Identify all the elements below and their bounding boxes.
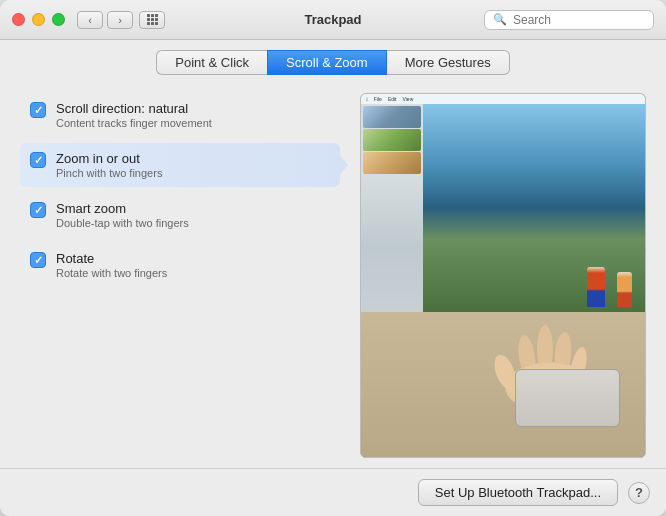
options-panel: ✓ Scroll direction: natural Content trac…: [20, 93, 340, 458]
window-title: Trackpad: [304, 12, 361, 27]
back-button[interactable]: ‹: [77, 11, 103, 29]
checkmark-icon: ✓: [34, 255, 43, 266]
option-zoom-subtitle: Pinch with two fingers: [56, 167, 162, 179]
mac-main-photo: [423, 104, 645, 312]
option-scroll-direction-text: Scroll direction: natural Content tracks…: [56, 101, 212, 129]
tab-more-gestures[interactable]: More Gestures: [387, 50, 510, 75]
mac-screen:  File Edit View: [361, 94, 645, 312]
option-smart-zoom: ✓ Smart zoom Double-tap with two fingers: [20, 193, 340, 237]
trackpad-hand-group: [505, 342, 635, 427]
forward-icon: ›: [118, 14, 122, 26]
menu-edit: Edit: [386, 96, 399, 102]
grid-icon: [147, 14, 158, 25]
minimize-button[interactable]: [32, 13, 45, 26]
checkmark-icon: ✓: [34, 205, 43, 216]
photo-thumb-3: [363, 152, 421, 174]
mac-menubar:  File Edit View: [361, 94, 645, 104]
setup-bluetooth-button[interactable]: Set Up Bluetooth Trackpad...: [418, 479, 618, 506]
person-1: [587, 267, 605, 307]
main-window: ‹ › Trackpad 🔍 Point & Click Scroll & Zo…: [0, 0, 666, 516]
traffic-lights: [12, 13, 65, 26]
option-rotate-text: Rotate Rotate with two fingers: [56, 251, 167, 279]
option-zoom-title: Zoom in or out: [56, 151, 162, 166]
search-box[interactable]: 🔍: [484, 10, 654, 30]
forward-button[interactable]: ›: [107, 11, 133, 29]
option-scroll-direction-subtitle: Content tracks finger movement: [56, 117, 212, 129]
search-icon: 🔍: [493, 13, 507, 26]
option-scroll-direction: ✓ Scroll direction: natural Content trac…: [20, 93, 340, 137]
option-smart-zoom-text: Smart zoom Double-tap with two fingers: [56, 201, 189, 229]
preview-image:  File Edit View: [360, 93, 646, 458]
trackpad-area: [361, 312, 645, 457]
nav-buttons: ‹ ›: [77, 11, 133, 29]
checkmark-icon: ✓: [34, 155, 43, 166]
titlebar: ‹ › Trackpad 🔍: [0, 0, 666, 40]
option-zoom-text: Zoom in or out Pinch with two fingers: [56, 151, 162, 179]
menu-apple: : [364, 96, 370, 102]
tab-scroll-zoom[interactable]: Scroll & Zoom: [267, 50, 387, 75]
menu-file: File: [372, 96, 384, 102]
person-2: [617, 272, 632, 307]
option-zoom: ✓ Zoom in or out Pinch with two fingers: [20, 143, 340, 187]
checkbox-smart-zoom[interactable]: ✓: [30, 202, 46, 218]
preview-panel:  File Edit View: [360, 93, 646, 458]
checkbox-rotate[interactable]: ✓: [30, 252, 46, 268]
checkbox-zoom[interactable]: ✓: [30, 152, 46, 168]
search-input[interactable]: [513, 13, 645, 27]
close-button[interactable]: [12, 13, 25, 26]
back-icon: ‹: [88, 14, 92, 26]
checkbox-scroll-direction[interactable]: ✓: [30, 102, 46, 118]
checkmark-icon: ✓: [34, 105, 43, 116]
photo-thumb-2: [363, 129, 421, 151]
footer: Set Up Bluetooth Trackpad... ?: [0, 468, 666, 516]
option-smart-zoom-subtitle: Double-tap with two fingers: [56, 217, 189, 229]
menu-view: View: [401, 96, 416, 102]
help-button[interactable]: ?: [628, 482, 650, 504]
trackpad-device: [515, 369, 620, 427]
mac-photos-sidebar: [361, 104, 423, 312]
option-rotate: ✓ Rotate Rotate with two fingers: [20, 243, 340, 287]
maximize-button[interactable]: [52, 13, 65, 26]
app-grid-button[interactable]: [139, 11, 165, 29]
tabs-bar: Point & Click Scroll & Zoom More Gesture…: [0, 40, 666, 83]
option-scroll-direction-title: Scroll direction: natural: [56, 101, 212, 116]
tab-point-click[interactable]: Point & Click: [156, 50, 267, 75]
option-rotate-subtitle: Rotate with two fingers: [56, 267, 167, 279]
content-area: ✓ Scroll direction: natural Content trac…: [0, 83, 666, 468]
mac-content: [361, 104, 645, 312]
option-smart-zoom-title: Smart zoom: [56, 201, 189, 216]
photo-thumb-1: [363, 106, 421, 128]
option-rotate-title: Rotate: [56, 251, 167, 266]
